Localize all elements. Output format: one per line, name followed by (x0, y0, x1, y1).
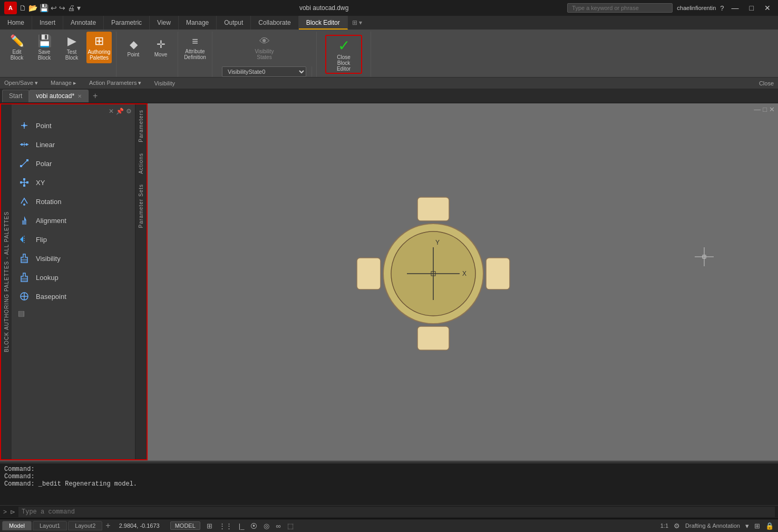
palette-item-linear[interactable]: Linear (12, 135, 135, 154)
tab-view[interactable]: View (150, 16, 179, 30)
doc-tab-vobi[interactable]: vobi autocad* ✕ (29, 90, 89, 102)
rotation-palette-label: Rotation (36, 198, 61, 206)
add-doc-tab-button[interactable]: + (89, 91, 102, 101)
tab-more[interactable]: ⊞ ▾ (348, 16, 366, 30)
search-input[interactable] (567, 3, 673, 13)
authoring-palettes-button[interactable]: ⊞ Authoring Palettes (86, 32, 112, 63)
annotation-scale[interactable]: 1:1 (660, 523, 668, 529)
close-block-editor-label: Close Block Editor (330, 54, 357, 72)
palette-item-flip[interactable]: Flip (12, 230, 135, 249)
maximize-button[interactable]: □ (746, 4, 757, 12)
palette-item-alignment[interactable]: Alignment (12, 211, 135, 230)
palette-pin-icon[interactable]: 📌 (116, 108, 124, 115)
canvas-maximize-icon[interactable]: □ (763, 105, 767, 113)
title-left: A 🗋 📂 💾 ↩ ↪ 🖨 ▾ (4, 2, 81, 14)
actions-tab[interactable]: Actions (137, 148, 145, 179)
canvas-minimize-icon[interactable]: — (754, 105, 761, 113)
layout-tab-layout1[interactable]: Layout1 (33, 521, 67, 530)
lock-icon[interactable]: 🔒 (765, 522, 774, 530)
close-button[interactable]: ✕ (761, 4, 774, 12)
palette-header: ✕ 📌 ⚙ (12, 107, 135, 116)
visibility-states-button[interactable]: 👁 Visibility States (252, 32, 277, 63)
doc-tab-vobi-close[interactable]: ✕ (77, 93, 82, 99)
manage-group-label[interactable]: Manage ▸ (51, 80, 76, 86)
qa-save-icon[interactable]: 💾 (40, 4, 48, 12)
palette-item-polar[interactable]: Polar (12, 154, 135, 173)
move-button[interactable]: ✛ Move (148, 32, 173, 63)
palette-item-basepoint[interactable]: Basepoint (12, 287, 135, 306)
minimize-button[interactable]: — (728, 4, 742, 12)
parameters-tab[interactable]: Parameters (137, 104, 145, 148)
tab-home[interactable]: Home (0, 16, 32, 30)
palette-item-xy[interactable]: XY (12, 173, 135, 192)
osnap-icon[interactable]: ◎ (264, 522, 269, 530)
workspace-dropdown-icon[interactable]: ▾ (745, 522, 749, 530)
edit-block-button[interactable]: ✏️ Edit Block (4, 32, 30, 63)
point-button[interactable]: ◆ Point (121, 32, 146, 63)
svg-rect-13 (23, 185, 25, 187)
tab-manage[interactable]: Manage (179, 16, 217, 30)
save-block-button[interactable]: 💾 Save Block (32, 32, 57, 63)
user-account[interactable]: chaelinfiorentin (677, 5, 716, 11)
main-area: BLOCK AUTHORING PALETTES - ALL PALETTES … (0, 103, 778, 460)
basepoint-palette-label: Basepoint (36, 293, 66, 301)
polar-icon[interactable]: ⦿ (250, 522, 257, 530)
otrack-icon[interactable]: ∞ (276, 522, 280, 530)
title-right: chaelinfiorentin ? — □ ✕ (567, 3, 774, 13)
palette-side-label[interactable]: BLOCK AUTHORING PALETTES - ALL PALETTES (1, 104, 12, 459)
grid-icon[interactable]: ⊞ (207, 522, 212, 530)
tab-annotate[interactable]: Annotate (63, 16, 104, 30)
cmd-input[interactable] (18, 507, 775, 517)
qa-redo-icon[interactable]: ↪ (59, 4, 65, 12)
qa-print-icon[interactable]: 🖨 (67, 4, 75, 12)
action-params-group-label[interactable]: Action Parameters ▾ (89, 80, 142, 86)
palette-item-point[interactable]: Point (12, 116, 135, 135)
qa-more-icon[interactable]: ▾ (77, 4, 81, 12)
workspace-label[interactable]: Drafting & Annotation (685, 523, 740, 529)
ucs-icon[interactable]: ⬚ (287, 522, 294, 530)
visibility-state-dropdown[interactable]: VisibilityState0 (222, 66, 306, 77)
lookup-palette-label: Lookup (36, 274, 59, 282)
qa-new-icon[interactable]: 🗋 (19, 4, 26, 12)
palette-settings-icon[interactable]: ⚙ (126, 108, 132, 115)
doc-tab-start[interactable]: Start (2, 90, 29, 102)
palette-item-rotation[interactable]: Rotation (12, 192, 135, 211)
attribute-definition-button[interactable]: ≡ Attribute Definition (182, 32, 208, 63)
add-layout-button[interactable]: + (103, 521, 112, 530)
test-block-button[interactable]: ▶ Test Block (59, 32, 84, 63)
palette-close-icon[interactable]: ✕ (109, 108, 114, 115)
visibility-group-label[interactable]: Visibility (154, 80, 175, 86)
palette-item-lookup[interactable]: Lookup (12, 268, 135, 287)
qa-open-icon[interactable]: 📂 (28, 4, 37, 12)
close-block-editor-button[interactable]: ✓ Close Block Editor (325, 35, 362, 74)
ribbon-groups-row: Open/Save ▾ Manage ▸ Action Parameters ▾… (0, 77, 778, 89)
cmd-output: Command: Command: Command: _bedit Regene… (0, 463, 778, 505)
cmd-prompt-arrow: > (3, 508, 7, 516)
palette-bottom-icon[interactable]: ▤ (18, 309, 25, 317)
snap-icon[interactable]: ⋮⋮ (219, 522, 232, 530)
canvas-close-icon[interactable]: ✕ (769, 105, 775, 113)
parameter-sets-tab[interactable]: Parameter Sets (137, 179, 145, 233)
close-group-label[interactable]: Close (759, 80, 774, 86)
settings-icon[interactable]: ⚙ (674, 522, 680, 530)
qa-undo-icon[interactable]: ↩ (51, 4, 57, 12)
tab-collaborate[interactable]: Collaborate (251, 16, 298, 30)
open-save-group-label[interactable]: Open/Save ▾ (4, 80, 38, 86)
polar-palette-icon (18, 157, 31, 170)
palette-item-visibility[interactable]: Visibility (12, 249, 135, 268)
layout-tab-layout2[interactable]: Layout2 (68, 521, 102, 530)
tab-block-editor[interactable]: Block Editor (299, 16, 348, 30)
svg-point-16 (23, 204, 25, 206)
help-icon[interactable]: ? (720, 4, 724, 12)
svg-rect-9 (26, 159, 28, 161)
fullscreen-icon[interactable]: ⊞ (754, 522, 760, 530)
ortho-icon[interactable]: |_ (239, 522, 245, 530)
tab-insert[interactable]: Insert (32, 16, 63, 30)
layout-tab-model[interactable]: Model (2, 521, 32, 530)
alignment-palette-label: Alignment (36, 217, 66, 225)
status-model-button[interactable]: MODEL (170, 521, 200, 530)
canvas-area[interactable]: — □ ✕ Y X (148, 103, 778, 460)
visibility-buttons: 👁 Visibility States (252, 32, 277, 64)
tab-parametric[interactable]: Parametric (104, 16, 150, 30)
tab-output[interactable]: Output (217, 16, 251, 30)
